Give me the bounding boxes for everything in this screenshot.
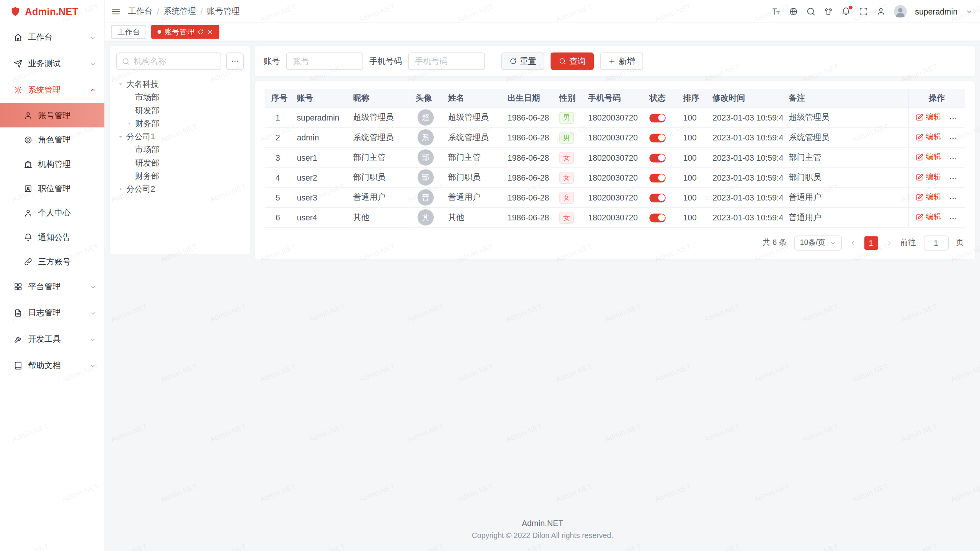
toggle-knob [658,174,665,181]
sidebar-item-platform[interactable]: 平台管理 [0,274,105,300]
edit-button[interactable]: 编辑 [916,192,941,202]
status-toggle[interactable] [649,194,665,202]
reset-button[interactable]: 重置 [501,52,544,70]
sidebar-item-devtools[interactable]: 开发工具 [0,326,105,352]
cell-remark: 普通用户 [782,207,908,227]
sidebar-item-notice[interactable]: 通知公告 [0,225,105,249]
cell-account: user3 [291,187,347,207]
sidebar-item-profile-center[interactable]: 个人中心 [0,201,105,225]
font-size-icon[interactable] [771,7,781,16]
tab-close-icon[interactable] [207,29,213,35]
cell-account: user2 [291,168,347,187]
edit-button[interactable]: 编辑 [916,172,941,183]
row-more-button[interactable] [949,155,958,163]
tab-account-management[interactable]: 账号管理 [151,25,219,39]
user-menu-chevron-icon[interactable] [965,8,972,15]
content-area: 机构名称 大名科技市场部研发部财务部分公司1市场部研发部财务部分公司2 账号 账… [105,41,980,551]
table-row: 4user2部门职员部部门职员1986-06-28女18020030720100… [265,168,965,187]
user-avatar[interactable] [894,5,907,18]
account-input[interactable]: 账号 [286,52,363,70]
edit-button[interactable]: 编辑 [916,212,941,222]
tree-node[interactable]: 分公司1 [116,130,244,143]
profile-icon[interactable] [876,7,885,16]
breadcrumb-item-workbench[interactable]: 工作台 [128,6,153,17]
edit-button[interactable]: 编辑 [916,112,941,122]
status-toggle[interactable] [649,114,665,122]
fullscreen-icon[interactable] [859,7,868,16]
row-more-button[interactable] [949,114,958,123]
sidebar-item-third-account[interactable]: 三方账号 [0,249,105,274]
notification-button[interactable] [841,7,851,16]
sidebar-item-label: 角色管理 [38,134,71,145]
caret-right-icon[interactable] [125,120,133,126]
pagination: 共 6 条 10条/页 1 前往 1 [265,228,965,256]
home-icon [14,33,23,42]
language-icon[interactable] [789,7,798,16]
tree-node[interactable]: 财务部 [116,169,244,182]
breadcrumb-item-system[interactable]: 系统管理 [163,6,196,17]
next-page-button[interactable] [885,239,893,246]
cell-nickname: 部门主管 [347,147,409,167]
add-button-label: 新增 [619,55,635,67]
edit-button[interactable]: 编辑 [916,132,941,142]
add-button[interactable]: 新增 [600,52,643,70]
column-header: 备注 [782,89,908,108]
gender-badge: 男 [559,111,574,123]
status-toggle[interactable] [649,134,665,142]
tree-node[interactable]: 市场部 [116,91,244,104]
sidebar-item-account[interactable]: 账号管理 [0,103,105,127]
theme-icon[interactable] [824,7,833,16]
cell-status [643,108,677,127]
cell-birth: 1986-06-28 [501,127,553,147]
caret-down-icon[interactable] [116,134,124,140]
row-more-button[interactable] [949,194,958,203]
edit-button[interactable]: 编辑 [916,152,941,162]
plus-icon [608,57,616,65]
sidebar-item-label: 业务测试 [28,58,83,69]
caret-down-icon[interactable] [116,81,124,87]
status-toggle[interactable] [649,174,665,183]
org-more-button[interactable] [226,52,244,70]
breadcrumb-item-account[interactable]: 账号管理 [207,6,240,17]
cell-account: user1 [291,147,347,167]
caret-right-icon[interactable] [116,186,124,192]
sidebar-item-position[interactable]: 职位管理 [0,176,105,201]
tab-workbench[interactable]: 工作台 [111,25,146,39]
tree-node[interactable]: 大名科技 [116,77,244,90]
row-more-button[interactable] [949,174,958,183]
sidebar-item-role[interactable]: 角色管理 [0,127,105,152]
tree-node[interactable]: 市场部 [116,143,244,156]
org-search-input[interactable]: 机构名称 [116,52,221,70]
collapse-menu-icon[interactable] [111,7,121,16]
sidebar-item-logs[interactable]: 日志管理 [0,300,105,326]
tree-node[interactable]: 研发部 [116,104,244,117]
app-logo-icon [10,6,21,17]
page-number-1[interactable]: 1 [864,236,878,249]
status-toggle[interactable] [649,153,665,162]
sidebar-item-org[interactable]: 机构管理 [0,152,105,176]
status-toggle[interactable] [649,214,665,222]
phone-input[interactable]: 手机号码 [408,52,485,70]
search-button-label: 查询 [569,55,585,67]
page-size-select[interactable]: 10条/页 [794,235,842,250]
search-button[interactable]: 查询 [550,52,594,70]
username[interactable]: superadmin [915,7,957,16]
tab-refresh-icon[interactable] [198,29,204,35]
goto-page-input[interactable]: 1 [923,235,948,250]
sidebar-item-business-test[interactable]: 业务测试 [0,51,105,77]
tree-node[interactable]: 分公司2 [116,183,244,196]
search-icon[interactable] [806,7,815,16]
tree-node[interactable]: 研发部 [116,156,244,169]
row-more-button[interactable] [949,214,958,223]
sidebar-item-system[interactable]: 系统管理 [0,77,105,103]
row-more-button[interactable] [949,134,958,143]
prev-page-button[interactable] [849,239,857,246]
tree-node[interactable]: 财务部 [116,117,244,130]
tree-node-label: 市场部 [135,144,160,155]
cell-birth: 1986-06-28 [501,168,553,187]
sidebar-item-docs[interactable]: 帮助文档 [0,352,105,379]
sidebar-item-label: 帮助文档 [28,360,83,371]
tree-node-label: 财务部 [135,170,160,181]
cell-remark: 部门职员 [782,168,908,187]
sidebar-item-workbench[interactable]: 工作台 [0,24,105,51]
